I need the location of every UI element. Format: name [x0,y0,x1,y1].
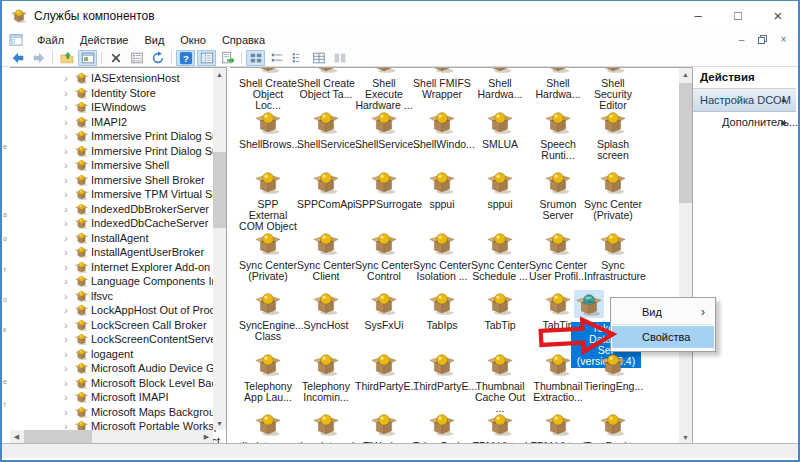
tree-item[interactable]: ›Internet Explorer Add-on In [10,260,212,275]
scroll-up-arrow[interactable]: ▲ [679,68,692,81]
view-large-icons-icon[interactable] [246,50,265,66]
grid-item[interactable]: SrumonServer [529,170,587,221]
grid-item[interactable]: TPM VirtualSmart Car... [529,412,587,445]
expand-chevron-icon[interactable]: › [64,87,75,99]
grid-item[interactable]: timedate.cpl [297,412,355,445]
grid-item[interactable]: Sync CenterUser Profil... [529,231,587,282]
tree-item[interactable]: ›Identity Store [10,86,212,101]
tree-item[interactable]: ›Immersive Print Dialog Sun [10,129,212,144]
context-menu-item-view[interactable]: Вид› [612,301,714,323]
tree-item[interactable]: ›IEWindows [10,100,212,115]
tree-item[interactable]: ›LockScreen Call Broker [10,318,212,333]
grid-item[interactable]: SyncInfrastructure [584,231,642,282]
list-vertical-scrollbar[interactable]: ▲ ▼ [679,68,692,444]
grid-item[interactable]: ThirdPartyE... [355,352,413,392]
up-folder-icon[interactable] [57,50,76,66]
actions-item-more[interactable]: Дополнитель... ▶ [693,112,796,133]
tree-item[interactable]: ›IASExtensionHost [10,71,212,86]
tree-item[interactable]: ›Immersive Shell Broker [10,173,212,188]
tree-item[interactable]: ›IndexedDbCacheServer [10,216,212,231]
tree-hscroll-thumb[interactable] [24,430,92,443]
grid-item[interactable]: Sync Center(Private) [584,170,642,221]
grid-item[interactable]: TPM VirtualSmart Car... [471,412,529,445]
tree-item[interactable]: ›Immersive Shell [10,158,212,173]
expand-chevron-icon[interactable]: › [64,391,75,403]
scroll-down-arrow[interactable]: ▼ [213,417,226,430]
child-close-button[interactable]: × [773,32,794,48]
expand-chevron-icon[interactable]: › [64,275,75,287]
back-icon[interactable] [8,50,27,66]
expand-chevron-icon[interactable]: › [64,232,75,244]
close-button[interactable]: × [758,2,798,30]
actions-item-dcom-config[interactable]: Настройка DCOM ▲ [693,89,796,112]
grid-item[interactable]: SPPComApi [297,170,355,210]
grid-item[interactable]: TelephonyIncomin... [297,352,355,403]
grid-item[interactable]: TabTip [471,291,529,331]
grid-item[interactable]: SPPSurrogate [355,170,413,210]
expand-chevron-icon[interactable]: › [64,261,75,273]
expand-chevron-icon[interactable]: › [64,377,75,389]
help-icon[interactable]: ? [176,50,195,66]
grid-item[interactable]: Shell FMIFSWrapper [413,67,471,100]
console-tree-icon[interactable] [197,50,216,66]
grid-item[interactable]: SMLUA [471,110,529,150]
view-status-icon[interactable] [330,50,349,66]
tree-vscroll-thumb[interactable] [213,152,226,228]
grid-item[interactable]: SPP ExternalCOM Object [239,170,297,232]
expand-chevron-icon[interactable]: › [64,203,75,215]
grid-item[interactable]: SysFxUi [355,291,413,331]
grid-item[interactable]: Sync CenterControl [355,231,413,282]
scroll-up-arrow[interactable]: ▲ [213,68,226,81]
grid-item[interactable]: TokenBrokerOut Of Pr... [413,412,471,445]
menu-действие[interactable]: Действие [72,32,136,48]
list-vscroll-thumb[interactable] [679,83,692,203]
menu-файл[interactable]: Файл [29,32,72,48]
tree-item[interactable]: ›LockScreenContentServer ( [10,332,212,347]
expand-chevron-icon[interactable]: › [64,406,75,418]
scroll-left-arrow[interactable]: ◀ [10,430,23,443]
grid-item[interactable]: Shell ExecuteHardware ... [355,67,413,111]
scroll-right-arrow[interactable]: ▶ [200,430,213,443]
tree-item[interactable]: ›logagent [10,347,212,362]
tree-item[interactable]: ›Immersive Print Dialog Sun [10,144,212,159]
collapse-arrow-icon[interactable]: ▲ [780,89,787,111]
grid-item[interactable]: ShellService... [297,110,355,150]
expand-chevron-icon[interactable]: › [64,130,75,142]
child-restore-button[interactable] [752,32,773,48]
context-menu-item-properties[interactable]: Свойства [612,326,714,348]
grid-item[interactable]: ThirdPartyE... [413,352,471,392]
expand-chevron-icon[interactable]: › [64,333,75,345]
grid-item[interactable]: tiledatamo... [239,412,297,445]
grid-item[interactable]: Sync CenterClient [297,231,355,282]
grid-item[interactable]: SyncEngine...Class [239,291,297,342]
view-small-icons-icon[interactable] [267,50,286,66]
tree-item[interactable]: ›Microsoft Block Level Back [10,376,212,391]
view-details-icon[interactable] [309,50,328,66]
expand-chevron-icon[interactable]: › [64,188,75,200]
expand-chevron-icon[interactable]: › [64,348,75,360]
tree-item[interactable]: ›IMAPI2 [10,115,212,130]
minimize-button[interactable]: – [678,2,718,30]
tree-vertical-scrollbar[interactable]: ▲ ▼ [213,68,226,430]
tree-item[interactable]: ›Microsoft Audio Device Gra [10,361,212,376]
menu-вид[interactable]: Вид [136,32,172,48]
expand-chevron-icon[interactable]: › [64,159,75,171]
grid-item[interactable]: Sync CenterSchedule ... [471,231,529,282]
export-list-icon[interactable] [218,50,237,66]
expand-chevron-icon[interactable]: › [64,362,75,374]
grid-item[interactable]: sppui [471,170,529,210]
grid-item[interactable]: TiWorker [355,412,413,445]
tree-item[interactable]: ›Microsoft Maps Backgroun [10,405,212,420]
grid-item[interactable]: Shell CreateObject Ta... [297,67,355,100]
tree-item[interactable]: ›LockAppHost Out of Proc H [10,303,212,318]
grid-item[interactable]: TrayDeskt... [584,412,642,445]
expand-chevron-icon[interactable]: › [64,319,75,331]
tree-item[interactable]: ›Immersive TPM Virtual Sm [10,187,212,202]
grid-item[interactable]: TabIps [413,291,471,331]
expand-chevron-icon[interactable]: › [64,246,75,258]
menu-справка[interactable]: Справка [214,32,273,48]
grid-item[interactable]: ShellHardwa... [471,67,529,100]
grid-item[interactable]: ThumbnailCache Out ... [471,352,529,414]
grid-item[interactable]: Sync CenterIsolation ... [413,231,471,282]
expand-chevron-icon[interactable]: › [64,290,75,302]
